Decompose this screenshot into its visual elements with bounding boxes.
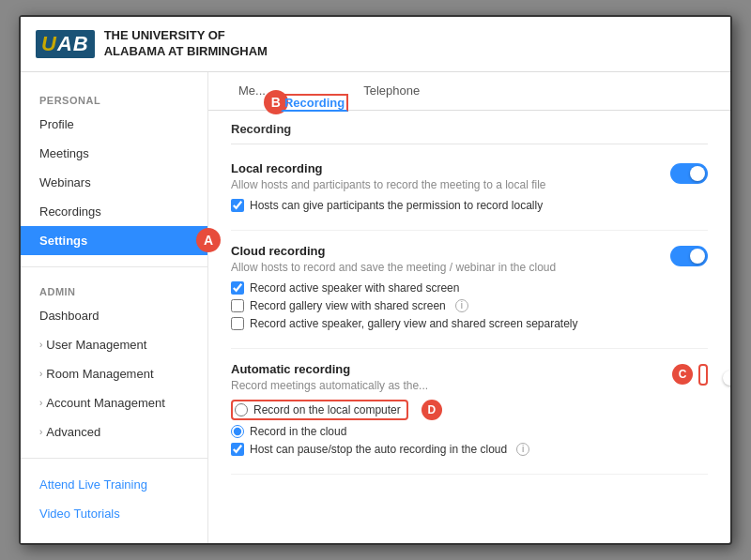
automatic-recording-title: Automatic recording — [231, 362, 657, 376]
pause-stop-info-icon[interactable]: i — [516, 443, 529, 456]
settings-section-recording: Recording — [231, 111, 708, 144]
sidebar-link-video-tutorials[interactable]: Video Tutorials — [21, 499, 207, 528]
setting-automatic-recording-left: Automatic recording Record meetings auto… — [231, 362, 657, 461]
radio-local-computer-box: Record on the local computer — [231, 400, 408, 420]
arrow-icon: › — [39, 369, 42, 379]
radio-local-computer-input[interactable] — [235, 403, 248, 416]
university-name: THE UNIVERSITY OF ALABAMA AT BIRMINGHAM — [104, 28, 268, 60]
gallery-view-info-icon[interactable]: i — [455, 299, 468, 312]
personal-section-label: PERSONAL — [21, 87, 207, 110]
header: UAB THE UNIVERSITY OF ALABAMA AT BIRMING… — [21, 17, 730, 72]
checkbox-active-gallery-separately-label: Record active speaker, gallery view and … — [250, 317, 578, 330]
radio-cloud-input[interactable] — [231, 425, 244, 438]
toggle-cloud-recording[interactable] — [670, 246, 708, 266]
arrow-icon: › — [39, 427, 42, 437]
checkbox-pause-stop: Host can pause/stop the auto recording i… — [231, 443, 657, 456]
content-area: Me... B Recording Telephone Recording Lo… — [208, 72, 730, 543]
sidebar-item-recordings[interactable]: Recordings — [21, 197, 207, 226]
local-recording-title: Local recording — [231, 161, 655, 175]
cloud-recording-sub: Record active speaker with shared screen… — [231, 281, 655, 330]
checkbox-active-speaker: Record active speaker with shared screen — [231, 281, 655, 295]
checkbox-gallery-view-label: Record gallery view with shared screen — [250, 299, 446, 312]
checkbox-active-gallery-separately-input[interactable] — [231, 317, 244, 330]
arrow-icon: › — [39, 340, 42, 350]
checkbox-pause-stop-label: Host can pause/stop the auto recording i… — [250, 443, 507, 456]
radio-cloud: Record in the cloud — [231, 425, 657, 438]
setting-local-recording-left: Local recording Allow hosts and particip… — [231, 161, 655, 217]
automatic-recording-desc: Record meetings automatically as the... — [231, 379, 657, 392]
toggle-automatic-box — [698, 364, 708, 386]
cloud-recording-title: Cloud recording — [231, 244, 655, 258]
local-recording-desc: Allow hosts and participants to record t… — [231, 178, 655, 191]
radio-local-computer-label: Record on the local computer — [253, 403, 401, 416]
annotation-c-badge: C — [672, 364, 693, 385]
cloud-recording-desc: Allow hosts to record and save the meeti… — [231, 261, 655, 274]
logo-block: UAB THE UNIVERSITY OF ALABAMA AT BIRMING… — [36, 28, 268, 60]
sidebar-item-dashboard[interactable]: Dashboard — [21, 301, 207, 330]
tab-recording[interactable]: Recording — [281, 94, 348, 112]
setting-cloud-recording: Cloud recording Allow hosts to record an… — [231, 231, 708, 349]
checkbox-hosts-permission-input[interactable] — [231, 199, 244, 212]
checkbox-active-speaker-input[interactable] — [231, 281, 244, 295]
setting-cloud-recording-left: Cloud recording Allow hosts to record an… — [231, 244, 655, 335]
sidebar-item-settings[interactable]: Settings A — [21, 226, 207, 255]
annotation-a-badge: A — [196, 228, 221, 252]
checkbox-gallery-view: Record gallery view with shared screen i — [231, 299, 655, 312]
sidebar-item-user-management[interactable]: › User Management — [21, 330, 207, 359]
tab-recording-wrap: B Recording — [281, 94, 348, 111]
radio-local-computer: Record on the local computer D — [231, 400, 657, 420]
sidebar-item-profile[interactable]: Profile — [21, 110, 207, 139]
sidebar: PERSONAL Profile Meetings Webinars Recor… — [21, 72, 208, 543]
sidebar-item-account-management[interactable]: › Account Management — [21, 388, 207, 417]
sidebar-settings-wrap: Settings A — [21, 226, 207, 255]
toggle-local-recording-slider — [670, 163, 708, 184]
sidebar-link-live-training[interactable]: Attend Live Training — [21, 470, 207, 499]
local-recording-sub: Hosts can give participants the permissi… — [231, 199, 655, 212]
setting-local-recording: Local recording Allow hosts and particip… — [231, 148, 708, 231]
admin-section-label: ADMIN — [21, 279, 207, 301]
annotation-d-badge: D — [421, 400, 442, 420]
sidebar-item-meetings[interactable]: Meetings — [21, 139, 207, 168]
toggle-cloud-recording-slider — [670, 246, 708, 266]
radio-cloud-label: Record in the cloud — [250, 425, 346, 438]
sidebar-item-advanced[interactable]: › Advanced — [21, 417, 207, 446]
checkbox-hosts-permission-label: Hosts can give participants the permissi… — [250, 199, 543, 212]
checkbox-hosts-permission: Hosts can give participants the permissi… — [231, 199, 655, 212]
tab-telephone[interactable]: Telephone — [348, 72, 435, 111]
sidebar-divider — [21, 266, 207, 267]
sidebar-item-room-management[interactable]: › Room Management — [21, 359, 207, 388]
checkbox-gallery-view-input[interactable] — [231, 299, 244, 312]
setting-automatic-recording: Automatic recording Record meetings auto… — [231, 349, 708, 475]
settings-content: Recording Local recording Allow hosts an… — [208, 111, 730, 490]
app-window: UAB THE UNIVERSITY OF ALABAMA AT BIRMING… — [19, 15, 732, 545]
checkbox-active-gallery-separately: Record active speaker, gallery view and … — [231, 317, 655, 330]
arrow-icon: › — [39, 398, 42, 408]
checkbox-active-speaker-label: Record active speaker with shared screen — [250, 281, 459, 295]
main-layout: PERSONAL Profile Meetings Webinars Recor… — [21, 72, 730, 543]
automatic-recording-sub: Record on the local computer D Record in… — [231, 400, 657, 456]
toggle-local-recording[interactable] — [670, 163, 708, 184]
sidebar-item-webinars[interactable]: Webinars — [21, 168, 207, 197]
sidebar-divider-2 — [21, 458, 207, 459]
uab-logo: UAB — [36, 30, 95, 58]
checkbox-pause-stop-input[interactable] — [231, 443, 244, 456]
toggle-automatic-wrap: C — [672, 362, 708, 386]
tabs-bar: Me... B Recording Telephone — [208, 72, 730, 111]
